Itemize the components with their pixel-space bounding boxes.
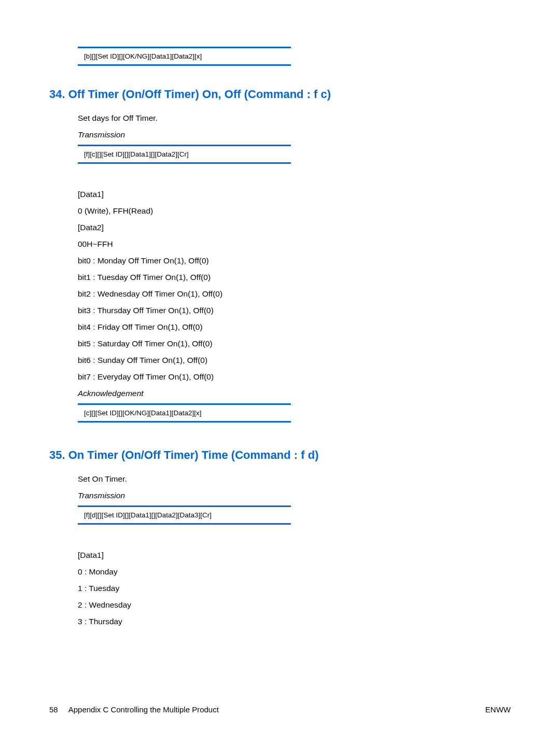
data-line: [Data1]: [78, 190, 511, 199]
data-line: bit4 : Friday Off Timer On(1), Off(0): [78, 322, 511, 332]
data-line: 3 : Thursday: [78, 617, 511, 626]
page-number: 58: [49, 705, 58, 714]
data-line: bit2 : Wednesday Off Timer On(1), Off(0): [78, 289, 511, 299]
data-line: 1 : Tuesday: [78, 584, 511, 593]
data-line: 2 : Wednesday: [78, 600, 511, 610]
transmission-label-34: Transmission: [78, 130, 511, 139]
transmission-cell-35: [f][d][][Set ID][][Data1][][Data2][Data3…: [78, 505, 291, 525]
data-line: bit6 : Sunday Off Timer On(1), Off(0): [78, 356, 511, 365]
transmission-cell-34: [f][c][][Set ID][][Data1][][Data2][Cr]: [78, 145, 291, 164]
data-line: 0 (Write), FFH(Read): [78, 206, 511, 216]
appendix-label: Appendix C Controlling the Multiple Prod…: [68, 705, 219, 714]
data-line: bit5 : Saturday Off Timer On(1), Off(0): [78, 339, 511, 348]
data-line: 00H~FFH: [78, 240, 511, 249]
transmission-label-35: Transmission: [78, 491, 511, 500]
ack-label-34: Acknowledgement: [78, 389, 511, 398]
ack-cell-prev: [b][][Set ID][][OK/NG][Data1][Data2][x]: [78, 47, 291, 66]
data-lines-34: [Data1] 0 (Write), FFH(Read) [Data2] 00H…: [78, 190, 511, 382]
enww-label: ENWW: [485, 705, 511, 714]
section-34-title: 34. Off Timer (On/Off Timer) On, Off (Co…: [49, 88, 511, 101]
data-line: 0 : Monday: [78, 567, 511, 577]
ack-cell-34: [c][][Set ID][][OK/NG][Data1][Data2][x]: [78, 403, 291, 423]
data-lines-35: [Data1] 0 : Monday 1 : Tuesday 2 : Wedne…: [78, 551, 511, 626]
page-footer: 58 Appendix C Controlling the Multiple P…: [49, 705, 511, 714]
section-35-title: 35. On Timer (On/Off Timer) Time (Comman…: [49, 448, 511, 462]
data-line: bit0 : Monday Off Timer On(1), Off(0): [78, 256, 511, 265]
data-line: [Data2]: [78, 223, 511, 232]
section-34-desc: Set days for Off Timer.: [78, 114, 511, 123]
section-35-desc: Set On Timer.: [78, 474, 511, 484]
data-line: [Data1]: [78, 551, 511, 560]
data-line: bit3 : Thursday Off Timer On(1), Off(0): [78, 306, 511, 315]
data-line: bit1 : Tuesday Off Timer On(1), Off(0): [78, 273, 511, 282]
data-line: bit7 : Everyday Off Timer On(1), Off(0): [78, 372, 511, 382]
